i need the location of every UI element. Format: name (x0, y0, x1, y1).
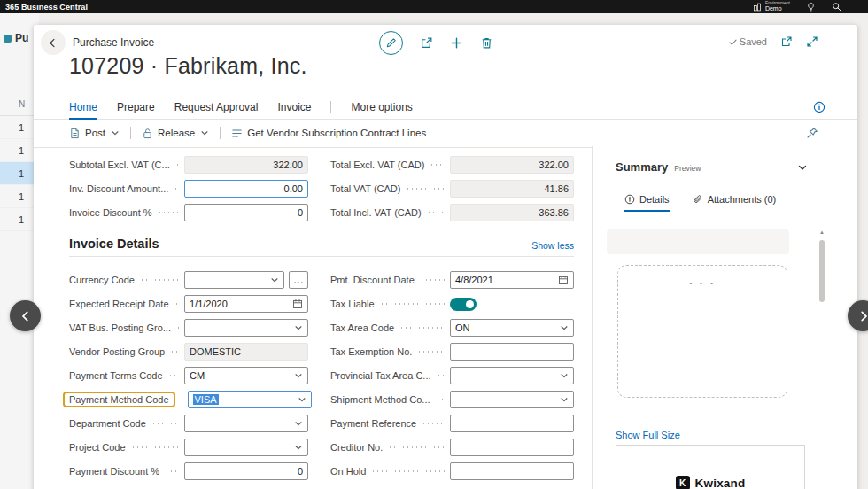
vendor-picture-placeholder[interactable]: · · · (617, 265, 787, 398)
payment-discount-input[interactable]: 0 (184, 462, 308, 480)
on-hold-input[interactable] (450, 462, 574, 480)
payment-reference-input[interactable] (450, 415, 574, 432)
tab-home[interactable]: Home (69, 96, 97, 119)
window-arrow-icon[interactable] (780, 35, 793, 48)
chevron-down-icon[interactable] (797, 162, 808, 173)
trash-icon[interactable] (480, 36, 493, 50)
pmt-discount-date-input[interactable]: 4/8/2021 (450, 271, 574, 289)
factbox-tab-label: Details (639, 194, 670, 205)
factbox-scrollbar[interactable]: ▲ (818, 228, 826, 489)
search-icon[interactable] (832, 2, 841, 12)
payment-method-code-label: Payment Method Code (63, 392, 175, 408)
provincial-tax-area-c-combo[interactable] (450, 367, 574, 384)
field-control: VISA (188, 391, 312, 408)
vendor-logo-name: Kwixand (695, 477, 746, 489)
pin-icon[interactable] (806, 127, 818, 139)
field-value: 322.00 (190, 159, 303, 170)
release-button[interactable]: Release (142, 128, 209, 139)
purchase-invoice-card: Purchase Invoice Saved 107209 · Fabrikam… (34, 25, 857, 489)
tab-more-options[interactable]: More options (351, 96, 412, 119)
field-control: 0 (184, 462, 308, 480)
field-control: 4/8/2021 (450, 271, 574, 289)
back-button[interactable] (41, 30, 66, 55)
currency-code-combo[interactable] (184, 271, 284, 289)
save-status: Saved (728, 36, 767, 47)
field-row: Department Code (69, 411, 308, 435)
vendor-posting-group-value: DOMESTIC (184, 343, 308, 361)
field-value: DOMESTIC (190, 346, 303, 357)
previous-record-button[interactable] (10, 300, 41, 331)
factbox-tab-label: Attachments (0) (708, 194, 777, 205)
tab-invoice[interactable]: Invoice (277, 96, 311, 119)
payment-terms-code-combo[interactable]: CM (184, 367, 308, 384)
dotted-leader (174, 303, 179, 305)
tax-area-code-combo[interactable]: ON (450, 319, 574, 337)
calendar-icon[interactable] (558, 275, 569, 285)
expand-icon[interactable] (806, 35, 818, 48)
environment-switcher[interactable]: Environment Demo (753, 1, 790, 12)
edit-button[interactable] (379, 31, 403, 55)
inv-discount-amount-input[interactable]: 0.00 (184, 180, 308, 198)
totals-left-column: Subtotal Excl. VAT (C...322.00Inv. Disco… (69, 152, 308, 224)
field-row: Invoice Discount %0 (69, 200, 308, 224)
field-control (184, 319, 308, 337)
calendar-icon[interactable] (292, 299, 303, 309)
plus-icon[interactable] (450, 36, 463, 50)
invoice-discount-input[interactable]: 0 (184, 204, 308, 221)
field-control (450, 297, 574, 311)
assistant-icon[interactable] (806, 2, 816, 12)
dotted-leader (170, 351, 179, 353)
show-full-size-link[interactable]: Show Full Size (616, 430, 680, 440)
field-control: 363.86 (450, 204, 574, 221)
post-icon (69, 128, 81, 139)
post-button[interactable]: Post (69, 128, 120, 139)
show-less-link[interactable]: Show less (531, 240, 574, 251)
invoice-form: Subtotal Excl. VAT (C...322.00Inv. Disco… (69, 152, 574, 483)
app-title[interactable]: 365 Business Central (5, 3, 88, 12)
scroll-up-icon[interactable]: ▲ (818, 228, 826, 237)
chevron-down-icon (200, 128, 209, 137)
project-code-combo[interactable] (184, 439, 308, 456)
tax-exemption-no-input[interactable] (450, 343, 574, 361)
tab-attachments-0[interactable]: Attachments (0) (693, 194, 777, 212)
total-incl-vat-cad-value: 363.86 (450, 204, 574, 221)
chevron-down-icon (294, 323, 303, 332)
payment-method-code-combo[interactable]: VISA (188, 391, 312, 408)
tab-prepare[interactable]: Prepare (117, 96, 155, 119)
save-status-label: Saved (740, 36, 767, 47)
dotted-leader (427, 212, 445, 213)
vat-bus-posting-gro-combo[interactable] (184, 319, 308, 337)
share-icon[interactable] (420, 36, 433, 50)
shipment-method-co-combo[interactable] (450, 391, 574, 408)
info-icon[interactable] (813, 101, 825, 113)
contract-lines-icon (231, 128, 243, 139)
field-value: 1/1/2020 (190, 299, 289, 309)
field-row: Payment Reference (330, 411, 574, 435)
tax-liable-toggle[interactable] (450, 298, 477, 311)
get-vendor-subscription-contract-lines-button[interactable]: Get Vendor Subscription Contract Lines (231, 128, 426, 139)
release-icon (142, 128, 153, 139)
breadcrumb[interactable]: Purchase Invoice (73, 36, 154, 49)
scrollbar-thumb[interactable] (819, 240, 825, 302)
field-control (450, 415, 574, 432)
page-title: 107209 · Fabrikam, Inc. (69, 53, 307, 79)
field-control: 322.00 (450, 156, 574, 174)
menu-separator (330, 101, 331, 113)
subtotal-excl-vat-c-value: 322.00 (184, 156, 308, 174)
department-code-combo[interactable] (184, 415, 308, 432)
tab-request-approval[interactable]: Request Approval (174, 96, 259, 119)
totals-grid: Subtotal Excl. VAT (C...322.00Inv. Disco… (69, 152, 574, 224)
chevron-left-icon (19, 310, 32, 322)
field-row: Payment Terms CodeCM (69, 363, 308, 387)
row-number: 1 (19, 168, 24, 179)
tab-details[interactable]: Details (624, 194, 670, 212)
actions-group: PostReleaseGet Vendor Subscription Contr… (34, 119, 426, 147)
invoice-discount-label: Invoice Discount % (69, 207, 152, 218)
creditor-no-input[interactable] (450, 439, 574, 456)
expected-receipt-date-input[interactable]: 1/1/2020 (184, 295, 308, 313)
factbox-tabs: DetailsAttachments (0) (624, 194, 776, 212)
chevron-right-icon (857, 310, 868, 322)
field-control: 41.86 (450, 180, 574, 198)
assist-edit-button[interactable]: … (289, 271, 308, 289)
dotted-leader (388, 446, 445, 448)
